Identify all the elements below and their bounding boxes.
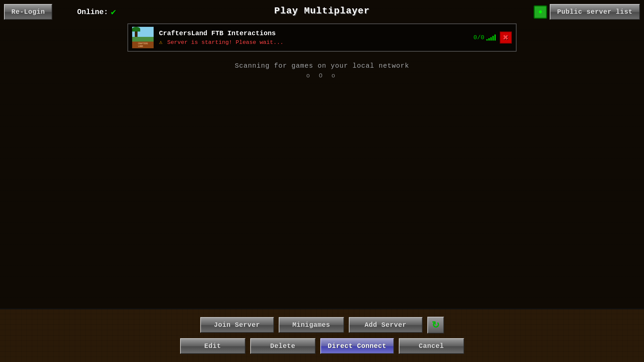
warning-icon: ⚠ — [159, 39, 162, 46]
ping-bar-5 — [494, 35, 496, 41]
online-check-icon: ✔ — [111, 7, 116, 17]
delete-button[interactable]: Delete — [250, 338, 316, 354]
server-info: CraftersLand FTB Interactions ⚠ Server i… — [159, 29, 512, 46]
join-server-button[interactable]: Join Server — [200, 317, 274, 333]
ping-value: 0/0 — [474, 34, 484, 41]
server-status: ⚠ Server is starting! Please wait... — [159, 39, 512, 46]
refresh-icon: ↻ — [432, 319, 439, 330]
button-row-1: Join Server Minigames Add Server ↻ — [200, 317, 444, 334]
button-panel: Join Server Minigames Add Server ↻ Edit … — [0, 308, 644, 362]
bottom-toolbar: Join Server Minigames Add Server ↻ Edit … — [0, 308, 644, 362]
online-status: Online: ✔ — [77, 7, 116, 17]
scanning-section: Scanning for games on your local network… — [0, 62, 644, 79]
icon-tree — [135, 30, 138, 37]
icon-grass — [132, 37, 154, 42]
delete-icon: ✖ — [503, 32, 509, 43]
delete-server-button[interactable]: ✖ — [500, 32, 512, 44]
server-ping: 0/0 — [474, 34, 496, 41]
ping-bar-4 — [492, 36, 494, 41]
ping-bars — [486, 35, 496, 41]
relogin-button-container[interactable]: Re-Login — [4, 4, 52, 20]
button-row-2: Edit Delete Direct Connect Cancel — [180, 338, 464, 354]
direct-connect-button[interactable]: Direct Connect — [320, 338, 394, 354]
server-icon: CRAFTERSLAND — [132, 27, 154, 48]
cancel-button[interactable]: Cancel — [399, 338, 464, 354]
server-status-text: Server is starting! Please wait... — [167, 39, 283, 46]
ping-bar-1 — [486, 39, 488, 41]
icon-sky — [132, 27, 154, 37]
refresh-button[interactable]: ↻ — [427, 317, 444, 334]
relogin-button[interactable]: Re-Login — [4, 4, 52, 20]
add-server-button[interactable]: Add Server — [349, 317, 423, 333]
server-dot-icon: ● — [538, 8, 542, 16]
server-entry[interactable]: CRAFTERSLAND CraftersLand FTB Interactio… — [127, 23, 517, 52]
scanning-text: Scanning for games on your local network — [0, 62, 644, 70]
ping-bar-2 — [488, 38, 490, 41]
icon-dirt: CRAFTERSLAND — [132, 42, 154, 48]
minigames-button[interactable]: Minigames — [279, 317, 344, 333]
edit-button[interactable]: Edit — [180, 338, 246, 354]
online-label: Online: — [77, 8, 108, 16]
public-server-button[interactable]: Public server list — [550, 4, 640, 20]
server-status-indicator: ● — [534, 5, 547, 19]
public-server-button-container[interactable]: ● Public server list — [534, 4, 640, 20]
ping-bar-3 — [490, 37, 492, 41]
server-list: CRAFTERSLAND CraftersLand FTB Interactio… — [127, 23, 517, 52]
scanning-dots: o O o — [0, 72, 644, 79]
server-name: CraftersLand FTB Interactions — [159, 29, 512, 37]
page-title: Play Multiplayer — [274, 6, 370, 16]
